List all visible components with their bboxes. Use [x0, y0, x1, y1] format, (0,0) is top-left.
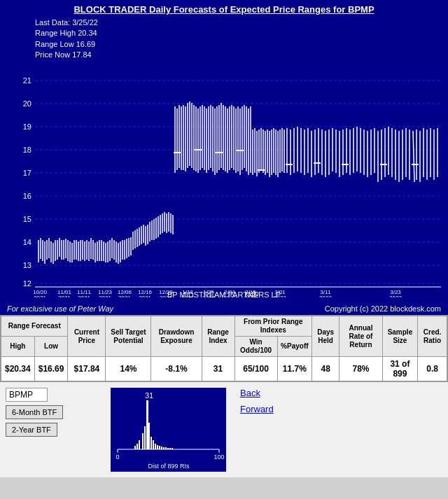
th-cred-ratio: Cred. Ratio	[418, 316, 447, 357]
svg-rect-234	[134, 446, 136, 449]
chart-title-suffix: of Expected Price Ranges for	[216, 4, 348, 15]
svg-rect-230	[157, 445, 158, 449]
th-sample-size: Sample Size	[382, 316, 417, 357]
svg-rect-225	[144, 426, 146, 449]
val-days-held: 48	[312, 357, 340, 381]
val-current-price: $17.84	[68, 357, 106, 381]
svg-text:16: 16	[23, 192, 31, 200]
left-controls: 6-Month BTF 2-Year BTF	[6, 388, 104, 437]
2year-btf-button[interactable]: 2-Year BTF	[6, 423, 57, 437]
val-sample-size: 31 of 899	[382, 357, 417, 381]
th-win-odds: Win Odds/100	[234, 337, 277, 357]
val-annual-rate: 78%	[340, 357, 382, 381]
range-low: Range Low 16.69	[35, 39, 448, 50]
button-row: 6-Month BTF	[6, 405, 104, 419]
svg-rect-233	[136, 444, 138, 449]
val-drawdown: -8.1%	[151, 357, 202, 381]
th-from-prior: From Prior Range Indexes	[234, 316, 312, 337]
bottom-section: 6-Month BTF 2-Year BTF 31	[0, 382, 448, 477]
th-range-forecast: Range Forecast	[1, 316, 68, 337]
svg-text:12: 12	[23, 279, 31, 288]
svg-text:21: 21	[23, 76, 31, 85]
svg-text:100: 100	[214, 454, 224, 461]
back-link[interactable]: Back	[240, 388, 274, 398]
price-now: Price Now 17.84	[35, 50, 448, 60]
val-pct-payoff: 11.7%	[277, 357, 312, 381]
svg-rect-227	[150, 437, 152, 449]
6month-btf-button[interactable]: 6-Month BTF	[6, 405, 63, 419]
svg-rect-223	[146, 400, 148, 449]
chart-svg: 21 20 19 18 17 16 15 14 13 12	[0, 66, 448, 297]
th-drawdown: Drawdown Exposure	[151, 316, 202, 357]
svg-text:20: 20	[23, 99, 31, 108]
svg-rect-226	[148, 423, 150, 449]
last-data: Last Data: 3/25/22	[35, 17, 448, 28]
chart-title-prefix: BLOCK TRADER Daily	[74, 4, 173, 15]
val-range-low: $16.69	[34, 357, 68, 381]
button-row-2: 2-Year BTF	[6, 423, 104, 437]
main-chart: BLOCK TRADER Daily Forecasts of Expected…	[0, 0, 448, 315]
chart-title: BLOCK TRADER Daily Forecasts of Expected…	[0, 0, 448, 15]
nav-links: Back Forward	[233, 388, 274, 414]
data-table-wrapper: Range Forecast Current Price Sell Target…	[0, 315, 448, 382]
th-low: Low	[34, 337, 68, 357]
th-pct-payoff: %Payoff	[277, 337, 312, 357]
svg-line-148	[413, 131, 414, 182]
th-days-held: Days Held	[312, 316, 340, 357]
val-sell-target: 14%	[106, 357, 151, 381]
svg-text:15: 15	[23, 215, 31, 223]
svg-text:Dist of 899 RIs: Dist of 899 RIs	[148, 463, 190, 470]
svg-text:14: 14	[23, 238, 31, 246]
data-table: Range Forecast Current Price Sell Target…	[1, 316, 447, 381]
val-range-index: 31	[202, 357, 234, 381]
footer-left: For exclusive use of Peter Way	[7, 304, 113, 313]
svg-text:0: 0	[115, 454, 119, 461]
chart-subtitle: BP MIDSTREAM PARTNERS LP	[0, 290, 448, 300]
ticker-input[interactable]	[6, 388, 48, 402]
val-win-odds: 65/100	[234, 357, 277, 381]
th-sell-target: Sell Target Potential	[106, 316, 151, 357]
svg-rect-231	[159, 446, 160, 449]
chart-title-underline: Forecasts	[174, 4, 216, 15]
footer-right: Copyright (c) 2022 blockdesk.com	[325, 304, 441, 313]
svg-rect-235	[161, 447, 162, 449]
th-annual-rate: Annual Rate of Return	[340, 316, 382, 357]
svg-rect-229	[155, 444, 156, 449]
svg-text:13: 13	[23, 261, 31, 269]
svg-rect-232	[139, 440, 140, 449]
mini-distribution-chart: 31	[111, 388, 226, 472]
svg-text:18: 18	[23, 146, 31, 154]
val-range-high: $20.34	[1, 357, 35, 381]
svg-rect-222	[111, 388, 226, 472]
svg-rect-224	[142, 433, 144, 449]
chart-ticker-title: BPMP	[348, 4, 374, 15]
chart-footer: For exclusive use of Peter Way Copyright…	[0, 302, 448, 315]
th-high: High	[1, 337, 35, 357]
th-range-index: Range Index	[202, 316, 234, 357]
mini-chart-svg: 31	[111, 388, 226, 472]
val-cred-ratio: 0.8	[418, 357, 447, 381]
th-current-price: Current Price	[68, 316, 106, 357]
chart-info: Last Data: 3/25/22 Range High 20.34 Rang…	[0, 17, 448, 61]
svg-text:17: 17	[23, 169, 31, 177]
svg-rect-228	[153, 440, 154, 449]
svg-text:19: 19	[23, 122, 31, 131]
mini-chart-peak-label: 31	[145, 391, 153, 400]
range-high: Range High 20.34	[35, 28, 448, 38]
forward-link[interactable]: Forward	[240, 404, 274, 414]
